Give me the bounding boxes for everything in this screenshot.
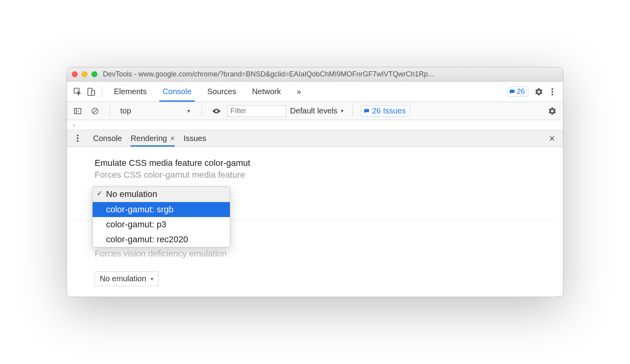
issues-pill[interactable]: 26 Issues xyxy=(361,105,410,117)
main-toolbar: Elements Console Sources Network » 26 xyxy=(67,82,563,102)
vision-deficiency-select[interactable]: No emulation xyxy=(95,271,158,286)
tab-label: Elements xyxy=(114,87,147,96)
issues-count-badge[interactable]: 26 xyxy=(507,87,528,97)
context-label: top xyxy=(120,106,131,115)
divider xyxy=(102,86,102,97)
drawer-tab-issues[interactable]: Issues xyxy=(183,130,206,147)
close-window-button[interactable] xyxy=(72,71,78,77)
svg-point-3 xyxy=(552,88,553,89)
option-label: color-gamut: srgb xyxy=(106,204,173,214)
issues-count: 26 xyxy=(517,87,525,96)
divider xyxy=(110,106,110,117)
console-prompt[interactable]: › xyxy=(67,120,563,130)
divider xyxy=(352,106,353,117)
chevron-down-icon: ▼ xyxy=(340,108,345,114)
close-drawer-button[interactable]: × xyxy=(545,131,559,146)
context-selector[interactable]: top xyxy=(118,106,194,116)
console-settings-gear-icon[interactable] xyxy=(546,104,559,118)
section-subtitle-partial: Forces vision deficiency emulation xyxy=(95,249,227,259)
issues-label: 26 Issues xyxy=(372,106,406,115)
tabs-overflow-button[interactable]: » xyxy=(289,82,309,102)
log-levels-selector[interactable]: Default levels ▼ xyxy=(290,106,345,115)
section-title: Emulate CSS media feature color-gamut xyxy=(95,158,539,168)
live-expression-eye-icon[interactable] xyxy=(210,104,223,118)
rendering-pane: Emulate CSS media feature color-gamut Fo… xyxy=(67,147,563,297)
message-icon xyxy=(363,108,370,114)
tab-label: Sources xyxy=(207,87,236,96)
section-subtitle: Forces CSS color-gamut media feature xyxy=(95,170,539,180)
option-label: No emulation xyxy=(106,189,157,199)
svg-point-4 xyxy=(552,91,553,92)
dropdown-option-p3[interactable]: color-gamut: p3 xyxy=(93,217,230,232)
inspect-element-icon[interactable] xyxy=(71,85,84,98)
tab-label: Network xyxy=(252,87,281,96)
drawer-tab-rendering[interactable]: Rendering × xyxy=(130,130,175,147)
tab-console[interactable]: Console xyxy=(155,82,199,102)
minimize-window-button[interactable] xyxy=(82,71,88,77)
svg-rect-2 xyxy=(91,90,95,95)
traffic-lights xyxy=(72,71,97,77)
drawer-tab-console[interactable]: Console xyxy=(93,130,122,147)
svg-point-8 xyxy=(77,135,78,136)
chevrons-icon: » xyxy=(297,87,301,96)
dropdown-option-selected[interactable]: No emulation xyxy=(93,187,230,202)
option-label: color-gamut: p3 xyxy=(106,219,166,229)
dropdown-option-rec2020[interactable]: color-gamut: rec2020 xyxy=(93,232,230,247)
message-icon xyxy=(509,89,515,95)
settings-gear-icon[interactable] xyxy=(532,85,546,98)
tab-label: Issues xyxy=(183,134,206,143)
drawer-toolbar: Console Rendering × Issues × xyxy=(67,130,563,147)
zoom-window-button[interactable] xyxy=(91,71,97,77)
device-toggle-icon[interactable] xyxy=(84,85,98,98)
close-tab-icon[interactable]: × xyxy=(170,134,175,143)
svg-point-9 xyxy=(77,137,78,139)
svg-point-5 xyxy=(552,93,553,95)
select-value: No emulation xyxy=(100,274,146,283)
filter-input[interactable] xyxy=(227,105,286,117)
clear-console-icon[interactable] xyxy=(88,104,102,118)
chevron-right-icon: › xyxy=(73,122,76,128)
dropdown-option-srgb[interactable]: color-gamut: srgb xyxy=(93,202,230,217)
levels-label: Default levels xyxy=(290,106,337,115)
console-toolbar: top Default levels ▼ 26 Issues xyxy=(67,102,563,120)
tab-sources[interactable]: Sources xyxy=(199,82,244,102)
tab-label: Console xyxy=(162,87,191,96)
color-gamut-dropdown: No emulation color-gamut: srgb color-gam… xyxy=(92,186,230,247)
drawer-more-icon[interactable] xyxy=(71,132,84,145)
divider xyxy=(201,106,202,117)
titlebar: DevTools - www.google.com/chrome/?brand=… xyxy=(67,67,563,82)
tab-label: Rendering xyxy=(130,134,167,143)
show-sidebar-icon[interactable] xyxy=(71,104,84,118)
tab-network[interactable]: Network xyxy=(244,82,289,102)
tab-elements[interactable]: Elements xyxy=(106,82,155,102)
window-title: DevTools - www.google.com/chrome/?brand=… xyxy=(103,70,558,78)
tab-label: Console xyxy=(93,134,122,143)
devtools-window: DevTools - www.google.com/chrome/?brand=… xyxy=(67,67,563,297)
more-menu-icon[interactable] xyxy=(546,85,559,98)
option-label: color-gamut: rec2020 xyxy=(106,234,188,244)
scrollbar-thumb[interactable] xyxy=(558,296,562,297)
svg-point-10 xyxy=(77,140,78,142)
